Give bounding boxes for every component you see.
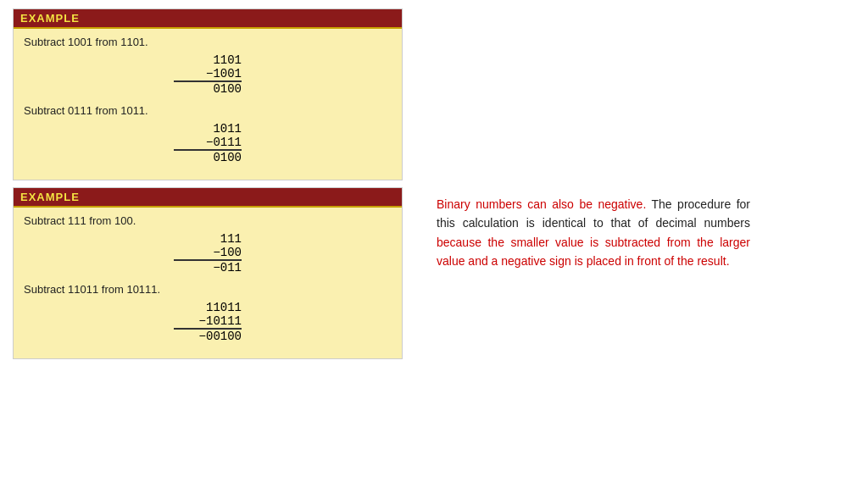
calc4-top: 11011: [174, 301, 242, 314]
example2-problem2-label: Subtract 11011 from 10111.: [24, 283, 160, 296]
example1-content: Subtract 1001 from 1101. 1101 −1001 0100…: [14, 29, 402, 180]
example1-problem1-text: Subtract 1001 from 1101.: [24, 36, 392, 48]
calc3-top: 111: [174, 232, 242, 246]
calc2-sub: −0111: [174, 136, 242, 151]
calc2-result: 0100: [174, 151, 242, 164]
example-header-2: EXAMPLE: [14, 188, 402, 208]
example2-problem1-text: Subtract 111 from 100.: [24, 214, 392, 227]
example1-problem2-label: Subtract 0111 from 1011.: [24, 104, 148, 117]
calc1-top: 1101: [174, 53, 242, 67]
example2-calc2: 11011 −10111 −00100: [24, 301, 392, 343]
calc3-result: −011: [174, 261, 242, 274]
example1-problem2-text: Subtract 0111 from 1011.: [24, 104, 392, 117]
example1-header-label: EXAMPLE: [20, 12, 80, 25]
example2-header-label: EXAMPLE: [20, 191, 80, 203]
explanation-text: Binary numbers can also be negative. The…: [437, 195, 750, 271]
explanation-red-intro: Binary numbers can also be negative.: [437, 197, 646, 211]
example-header-1: EXAMPLE: [14, 9, 402, 29]
left-column: EXAMPLE Subtract 1001 from 1101. 1101 −1…: [13, 8, 403, 480]
example2-problem2-text: Subtract 11011 from 10111.: [24, 283, 392, 296]
example2-content: Subtract 111 from 100. 111 −100 −011 Sub…: [14, 208, 402, 358]
example1-calc2: 1011 −0111 0100: [24, 122, 392, 164]
example1-problem1-label: Subtract 1001 from 1101.: [24, 36, 148, 48]
calc4-result: −00100: [174, 330, 242, 343]
calc1-sub: −1001: [174, 67, 242, 82]
calc4-sub: −10111: [174, 314, 242, 330]
explanation-red-rest: because the smaller value is subtracted …: [437, 236, 750, 268]
calc2-top: 1011: [174, 122, 242, 136]
calc3-sub: −100: [174, 246, 242, 261]
example-box-1: EXAMPLE Subtract 1001 from 1101. 1101 −1…: [13, 8, 403, 180]
example-box-2: EXAMPLE Subtract 111 from 100. 111 −100 …: [13, 187, 403, 359]
example2-calc1: 111 −100 −011: [24, 232, 392, 274]
example1-calc1: 1101 −1001 0100: [24, 53, 392, 96]
example2-problem1-label: Subtract 111 from 100.: [24, 214, 136, 227]
calc1-result: 0100: [174, 82, 242, 96]
right-column: Binary numbers can also be negative. The…: [420, 8, 855, 480]
